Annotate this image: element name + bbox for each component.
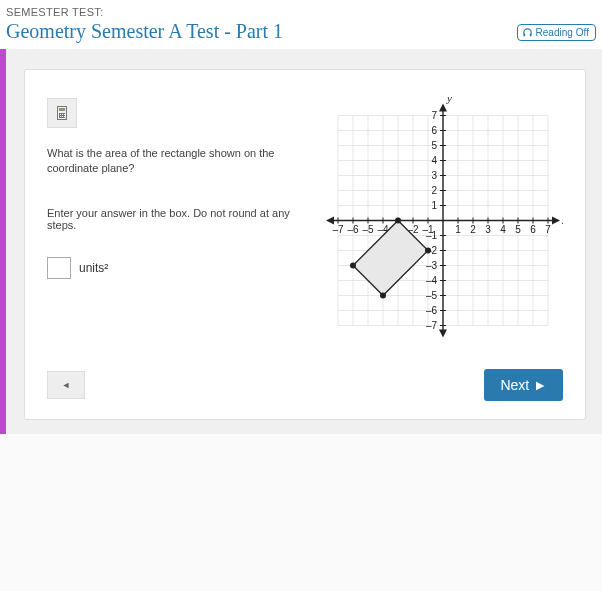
- svg-text:y: y: [446, 96, 452, 104]
- svg-text:–5: –5: [426, 290, 438, 301]
- svg-text:4: 4: [431, 155, 437, 166]
- svg-rect-0: [523, 33, 525, 36]
- svg-rect-1: [529, 33, 531, 36]
- prev-button[interactable]: ◄: [47, 371, 85, 399]
- svg-text:–7: –7: [426, 320, 438, 331]
- svg-text:2: 2: [470, 224, 476, 235]
- svg-text:7: 7: [545, 224, 551, 235]
- svg-text:x: x: [561, 214, 563, 226]
- reading-state: Off: [576, 27, 589, 38]
- svg-text:–5: –5: [362, 224, 374, 235]
- svg-text:–4: –4: [426, 275, 438, 286]
- reading-toggle[interactable]: Reading Off: [517, 24, 596, 41]
- svg-text:3: 3: [431, 170, 437, 181]
- question-instruction: Enter your answer in the box. Do not rou…: [47, 207, 307, 231]
- svg-text:3: 3: [485, 224, 491, 235]
- svg-marker-34: [552, 217, 560, 225]
- svg-text:4: 4: [500, 224, 506, 235]
- svg-text:–3: –3: [426, 260, 438, 271]
- headphones-icon: [522, 27, 533, 38]
- calculator-icon: [57, 106, 67, 120]
- svg-text:5: 5: [431, 140, 437, 151]
- svg-text:2: 2: [431, 185, 437, 196]
- svg-text:1: 1: [455, 224, 461, 235]
- svg-text:6: 6: [431, 125, 437, 136]
- next-button[interactable]: Next ►: [484, 369, 563, 401]
- svg-marker-36: [439, 104, 447, 112]
- svg-text:7: 7: [431, 110, 437, 121]
- breadcrumb-subtitle: SEMESTER TEST:: [6, 6, 596, 18]
- calculator-button[interactable]: [47, 98, 77, 128]
- answer-input[interactable]: [47, 257, 71, 279]
- reading-label: Reading: [536, 27, 573, 38]
- svg-point-98: [425, 248, 431, 254]
- coordinate-plane: –7–6–5–4–3–2–11234567–7–6–5–4–3–2–112345…: [323, 96, 563, 345]
- svg-text:5: 5: [515, 224, 521, 235]
- question-card: What is the area of the rectangle shown …: [24, 69, 586, 420]
- svg-text:–6: –6: [347, 224, 359, 235]
- svg-point-97: [395, 218, 401, 224]
- svg-text:–7: –7: [332, 224, 344, 235]
- svg-text:–1: –1: [426, 230, 438, 241]
- svg-marker-37: [439, 330, 447, 338]
- svg-point-99: [380, 293, 386, 299]
- svg-point-100: [350, 263, 356, 269]
- page-title: Geometry Semester A Test - Part 1: [6, 20, 596, 43]
- answer-units: units²: [79, 261, 108, 275]
- question-prompt: What is the area of the rectangle shown …: [47, 146, 307, 177]
- svg-text:–6: –6: [426, 305, 438, 316]
- svg-text:1: 1: [431, 200, 437, 211]
- svg-text:6: 6: [530, 224, 536, 235]
